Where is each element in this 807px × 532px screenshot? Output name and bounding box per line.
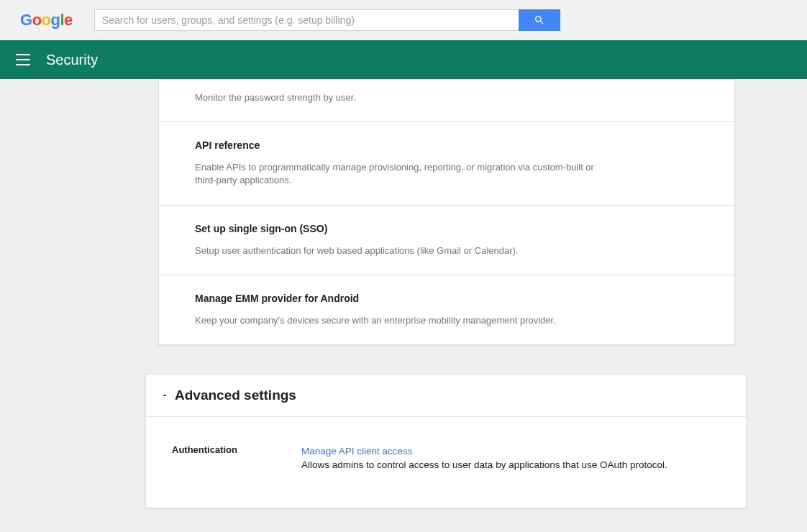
logo-letter: e (64, 11, 73, 29)
search-icon (534, 14, 545, 26)
card-emm-android[interactable]: Manage EMM provider for Android Keep you… (159, 275, 734, 344)
advanced-section-label: Authentication (172, 444, 301, 470)
card-title: Manage EMM provider for Android (195, 293, 698, 304)
card-desc: Keep your company's devices secure with … (195, 314, 598, 327)
card-password-monitoring[interactable]: Monitor the password strength by user. (159, 80, 734, 122)
card-title: API reference (195, 139, 698, 151)
logo-letter: o (42, 11, 51, 29)
search-button[interactable] (519, 9, 560, 31)
card-title: Set up single sign-on (SSO) (195, 223, 698, 234)
card-api-reference[interactable]: API reference Enable APIs to programmati… (159, 122, 734, 205)
page-title: Security (46, 52, 98, 68)
manage-api-client-access-link[interactable]: Manage API client access (301, 446, 413, 457)
logo-letter: o (32, 11, 42, 29)
card-desc: Enable APIs to programmatically manage p… (195, 161, 598, 187)
top-bar: G o o g l e (0, 0, 807, 40)
card-desc: Monitor the password strength by user. (195, 91, 598, 104)
search-input[interactable] (94, 9, 519, 31)
menu-icon[interactable] (16, 54, 30, 65)
card-sso[interactable]: Set up single sign-on (SSO) Setup user a… (159, 206, 734, 275)
search-box (94, 9, 560, 31)
section-header: Security (0, 40, 807, 79)
advanced-settings-card: Advanced settings Authentication Manage … (145, 374, 747, 508)
advanced-settings-title: Advanced settings (175, 387, 296, 403)
logo-letter: G (20, 11, 32, 29)
advanced-settings-toggle[interactable]: Advanced settings (146, 375, 746, 417)
advanced-settings-body: Authentication Manage API client access … (146, 417, 746, 508)
card-desc: Setup user authentication for web based … (195, 244, 598, 257)
chevron-up-icon (160, 391, 169, 400)
content-area: Monitor the password strength by user. A… (0, 79, 807, 508)
logo-letter: g (51, 11, 60, 29)
google-logo[interactable]: G o o g l e (20, 11, 73, 29)
settings-card-group: Monitor the password strength by user. A… (158, 79, 735, 345)
advanced-link-desc: Allows admins to control access to user … (301, 459, 720, 470)
advanced-section-content: Manage API client access Allows admins t… (301, 444, 720, 470)
